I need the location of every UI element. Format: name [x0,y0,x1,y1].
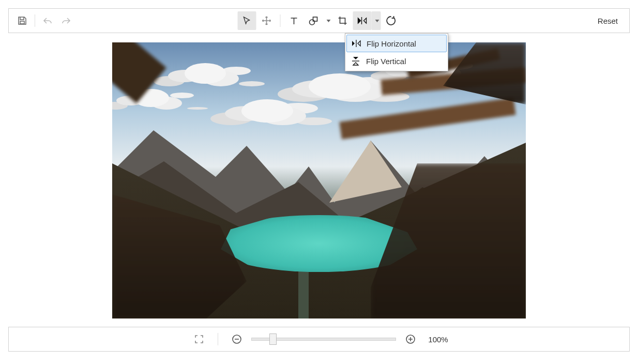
rotate-icon [386,16,397,26]
shape-icon [309,16,319,26]
zoom-toolbar: 100% [8,327,630,352]
cursor-icon [242,16,252,25]
redo-icon [61,17,71,25]
shape-tool-caret[interactable] [323,11,332,30]
text-tool-button[interactable] [285,11,303,30]
svg-rect-0 [20,21,24,24]
zoom-in-icon [405,334,416,344]
canvas-area [8,33,630,327]
save-button[interactable] [13,11,32,30]
flip-tool-main[interactable] [353,11,372,30]
move-tool-button[interactable] [257,11,276,30]
undo-icon [42,17,53,25]
svg-point-2 [310,20,315,25]
chevron-down-icon [375,20,379,22]
chevron-down-icon [327,20,331,22]
undo-button[interactable] [38,11,57,30]
flip-dropdown: Flip Horizontal Flip Vertical [345,33,448,71]
toolbar-left-group [13,11,75,30]
shape-tool-main[interactable] [305,11,323,30]
fullscreen-icon [194,335,204,344]
main-toolbar: Reset Flip Horizontal Flip Vertical [8,8,630,33]
zoom-in-button[interactable] [401,330,420,348]
zoom-slider-thumb[interactable] [269,333,277,345]
separator [218,333,218,345]
zoom-out-icon [232,334,242,344]
reset-button[interactable]: Reset [590,13,625,28]
zoom-percent-label: 100% [428,335,448,344]
zoom-slider[interactable] [251,338,396,341]
zoom-out-button[interactable] [227,330,246,348]
save-icon [17,16,27,26]
image-canvas[interactable] [112,42,526,318]
crop-icon [338,16,348,26]
move-icon [262,16,272,26]
text-icon [290,16,299,25]
flip-vertical-label: Flip Vertical [366,57,406,66]
fit-screen-button[interactable] [190,330,208,348]
rotate-tool-button[interactable] [382,11,401,30]
flip-horizontal-label: Flip Horizontal [367,39,416,48]
flip-vertical-item[interactable]: Flip Vertical [346,52,447,70]
toolbar-center-group [238,11,401,30]
flip-horizontal-icon [357,16,368,25]
crop-tool-button[interactable] [333,11,352,30]
separator [35,14,35,27]
flip-vertical-icon [351,56,361,66]
flip-tool-caret[interactable] [372,11,381,30]
flip-horizontal-item[interactable]: Flip Horizontal [346,35,447,52]
separator [280,14,281,27]
shape-tool-button[interactable] [305,11,332,30]
select-tool-button[interactable] [238,11,256,30]
reset-label: Reset [598,17,618,25]
flip-tool-button[interactable] [353,11,381,30]
redo-button[interactable] [57,11,75,30]
flip-horizontal-icon [351,38,361,49]
